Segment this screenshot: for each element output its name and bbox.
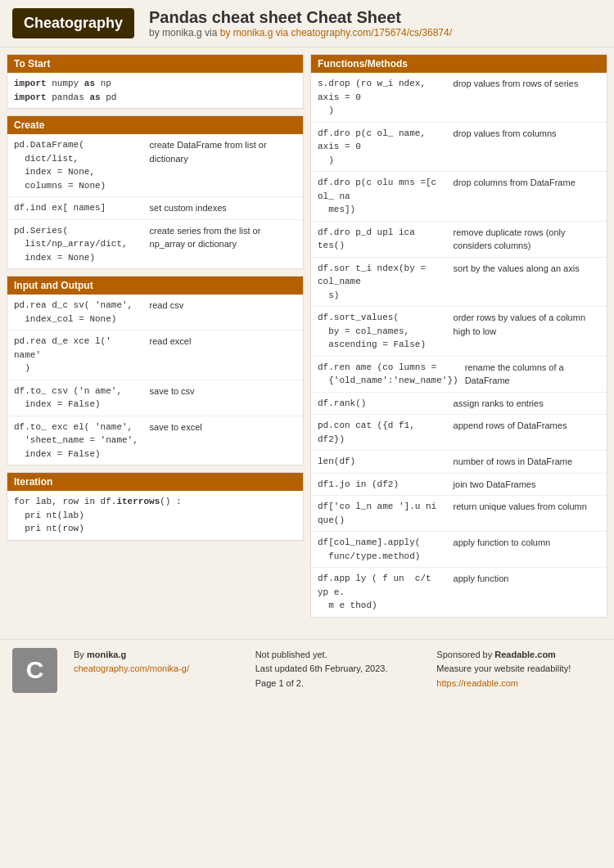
fn-row-6: df.sort_values( by = col_names, ascendin… xyxy=(311,307,607,357)
create-row-1: pd.DataFrame( dict/list, index = None, c… xyxy=(7,134,303,197)
fn-row-10: len(df) number of rows in DataFrame xyxy=(311,451,607,474)
io-desc-3: save to csv xyxy=(150,385,296,398)
fn-row-11: df1.jo in (df2) join two DataFrames xyxy=(311,474,607,497)
io-row-3: df.to_ csv ('n ame', index = False) save… xyxy=(7,380,303,416)
io-row-4: df.to_ exc el( 'name', 'sheet_name = 'na… xyxy=(7,416,303,465)
fn-desc-8: assign ranks to entries xyxy=(454,397,600,411)
fn-code-9: pd.con cat ({d f1, df2}) xyxy=(318,419,454,446)
section-create: Create pd.DataFrame( dict/list, index = … xyxy=(7,115,304,269)
import-pandas: import pandas as pd xyxy=(14,91,296,105)
main-content: To Start import numpy as np import panda… xyxy=(0,47,614,631)
section-functions-header: Functions/Methods xyxy=(311,55,607,73)
fn-code-14: df.app ly ( f un c/t yp e. m e thod) xyxy=(318,572,454,613)
section-to-start-body: import numpy as np import pandas as pd xyxy=(7,73,303,108)
section-functions-body: s.drop (ro w_i ndex, axis = 0 ) drop val… xyxy=(311,73,607,617)
publish-status: Not published yet. xyxy=(255,648,421,663)
section-input-output-header: Input and Output xyxy=(7,277,303,295)
fn-desc-1: drop values from rows of series xyxy=(454,77,600,91)
fn-code-7: df.ren ame (co lumns = {'old_name':'new_… xyxy=(318,361,465,388)
import-numpy: import numpy as np xyxy=(14,77,296,91)
create-row-3: pd.Series( list/np_array/dict, index = N… xyxy=(7,220,303,269)
subtitle: by monika.g via by monika.g via cheatogr… xyxy=(149,27,452,38)
create-code-3: pd.Series( list/np_array/dict, index = N… xyxy=(14,224,150,265)
io-code-3: df.to_ csv ('n ame', index = False) xyxy=(14,385,150,412)
io-row-2: pd.rea d_e xce l(' name' ) read excel xyxy=(7,331,303,380)
section-to-start-header: To Start xyxy=(7,55,303,73)
fn-row-2: df.dro p(c ol_ name, axis = 0 ) drop val… xyxy=(311,123,607,173)
fn-code-2: df.dro p(c ol_ name, axis = 0 ) xyxy=(318,127,454,168)
create-desc-1: create DataFrame from list or dictionary xyxy=(150,138,296,165)
fn-code-13: df[col_name].apply( func/type.method) xyxy=(318,536,454,563)
fn-row-3: df.dro p(c olu mns =[c ol_ na mes]) drop… xyxy=(311,172,607,222)
fn-desc-13: apply function to column xyxy=(454,536,600,550)
footer: C By monika.g cheatography.com/monika-g/… xyxy=(0,639,614,701)
create-desc-2: set custom indexes xyxy=(150,201,296,215)
create-code-1: pd.DataFrame( dict/list, index = None, c… xyxy=(14,138,150,192)
fn-desc-5: sort by the values along an axis xyxy=(454,262,600,276)
author-url[interactable]: cheatography.com/monika-g/ xyxy=(74,663,189,673)
logo: Cheatography xyxy=(12,8,134,38)
last-updated: Last updated 6th February, 2023. xyxy=(255,662,421,677)
fn-code-1: s.drop (ro w_i ndex, axis = 0 ) xyxy=(318,77,454,118)
fn-row-7: df.ren ame (co lumns = {'old_name':'new_… xyxy=(311,357,607,393)
header: Cheatography Pandas cheat sheet Cheat Sh… xyxy=(0,0,614,47)
fn-code-3: df.dro p(c olu mns =[c ol_ na mes]) xyxy=(318,176,454,217)
author-label: By xyxy=(74,650,84,659)
io-code-1: pd.rea d_c sv( 'name', index_col = None) xyxy=(14,299,150,326)
section-iteration-header: Iteration xyxy=(7,473,303,491)
section-input-output: Input and Output pd.rea d_c sv( 'name', … xyxy=(7,276,304,465)
fn-desc-10: number of rows in DataFrame xyxy=(454,455,600,469)
right-column: Functions/Methods s.drop (ro w_i ndex, a… xyxy=(310,54,607,624)
fn-desc-6: order rows by values of a column high to… xyxy=(454,311,600,338)
fn-desc-7: rename the columns of a DataFrame xyxy=(465,361,600,388)
footer-meta: Not published yet. Last updated 6th Febr… xyxy=(255,648,421,691)
section-functions: Functions/Methods s.drop (ro w_i ndex, a… xyxy=(310,54,607,618)
section-input-output-body: pd.rea d_c sv( 'name', index_col = None)… xyxy=(7,295,303,465)
fn-code-10: len(df) xyxy=(318,455,454,469)
fn-code-12: df['co l_n ame '].u ni que() xyxy=(318,500,454,527)
fn-row-9: pd.con cat ({d f1, df2}) append rows of … xyxy=(311,415,607,451)
io-code-4: df.to_ exc el( 'name', 'sheet_name = 'na… xyxy=(14,421,150,461)
io-desc-2: read excel xyxy=(150,335,296,349)
sponsor-desc: Measure your website readability! xyxy=(436,663,571,673)
fn-row-12: df['co l_n ame '].u ni que() return uniq… xyxy=(311,496,607,532)
footer-sponsor: Sponsored by Readable.com Measure your w… xyxy=(436,648,602,691)
footer-logo: C xyxy=(12,648,57,693)
author-name: monika.g xyxy=(87,650,126,659)
create-desc-3: create series from the list or np_array … xyxy=(150,224,296,251)
fn-desc-3: drop columns from DataFrame xyxy=(454,176,600,190)
fn-row-4: df.dro p_d upl ica tes() remove duplicat… xyxy=(311,222,607,258)
create-row-2: df.ind ex[ names] set custom indexes xyxy=(7,197,303,220)
page-number: Page 1 of 2. xyxy=(255,677,421,691)
section-create-header: Create xyxy=(7,116,303,134)
fn-row-5: df.sor t_i ndex(by = col_name s) sort by… xyxy=(311,258,607,308)
left-column: To Start import numpy as np import panda… xyxy=(7,54,304,624)
create-code-2: df.ind ex[ names] xyxy=(14,201,150,215)
fn-desc-9: append rows of DataFrames xyxy=(454,419,600,433)
section-iteration: Iteration for lab, row in df.iterrows() … xyxy=(7,472,304,541)
section-create-body: pd.DataFrame( dict/list, index = None, c… xyxy=(7,134,303,268)
io-desc-4: save to excel xyxy=(150,421,296,434)
sponsor-name: Readable.com xyxy=(494,650,556,659)
page-title: Pandas cheat sheet Cheat Sheet xyxy=(149,8,452,27)
io-desc-1: read csv xyxy=(150,299,296,313)
fn-row-1: s.drop (ro w_i ndex, axis = 0 ) drop val… xyxy=(311,73,607,123)
fn-desc-2: drop values from columns xyxy=(454,127,600,141)
fn-desc-4: remove duplicate rows (only considers co… xyxy=(454,226,600,253)
fn-row-14: df.app ly ( f un c/t yp e. m e thod) app… xyxy=(311,568,607,617)
header-text: Pandas cheat sheet Cheat Sheet by monika… xyxy=(149,8,452,38)
cheatography-link[interactable]: by monika.g via cheatography.com/175674/… xyxy=(220,27,452,38)
fn-row-13: df[col_name].apply( func/type.method) ap… xyxy=(311,532,607,568)
fn-code-4: df.dro p_d upl ica tes() xyxy=(318,226,454,253)
sponsor-label: Sponsored by xyxy=(436,650,492,659)
sponsor-url[interactable]: https://readable.com xyxy=(436,678,518,688)
io-code-2: pd.rea d_e xce l(' name' ) xyxy=(14,335,150,376)
fn-desc-14: apply function xyxy=(454,572,600,586)
fn-code-11: df1.jo in (df2) xyxy=(318,478,454,492)
fn-code-6: df.sort_values( by = col_names, ascendin… xyxy=(318,311,454,352)
footer-author: By monika.g cheatography.com/monika-g/ xyxy=(74,648,239,677)
section-to-start: To Start import numpy as np import panda… xyxy=(7,54,304,109)
iteration-code: for lab, row in df.iterrows() : pri nt(l… xyxy=(7,491,303,540)
fn-desc-11: join two DataFrames xyxy=(454,478,600,492)
fn-desc-12: return unique values from column xyxy=(454,500,600,514)
